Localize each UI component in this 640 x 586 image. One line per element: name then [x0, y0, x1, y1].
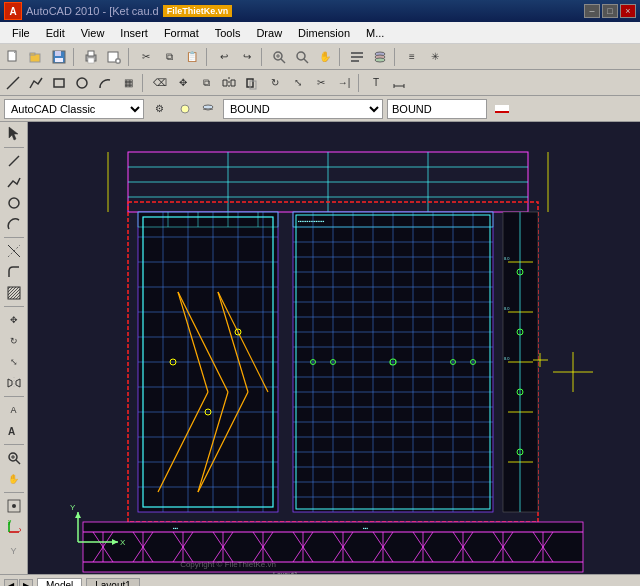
print-button[interactable] — [80, 47, 102, 67]
print-preview-button[interactable] — [103, 47, 125, 67]
polyline-button[interactable] — [25, 73, 47, 93]
erase-button[interactable]: ⌫ — [149, 73, 171, 93]
circle-button[interactable] — [71, 73, 93, 93]
layer-manager-button[interactable] — [197, 99, 219, 119]
mirror-tool-button[interactable] — [3, 373, 25, 393]
svg-text:▪▪▪: ▪▪▪ — [363, 525, 369, 531]
scale-button[interactable]: ⤡ — [287, 73, 309, 93]
arc-tool-button[interactable] — [3, 214, 25, 234]
separator-5 — [339, 48, 343, 66]
menu-insert[interactable]: Insert — [112, 25, 156, 41]
match-properties-button[interactable]: ≡ — [401, 47, 423, 67]
svg-text:8.0: 8.0 — [504, 306, 510, 311]
ucs-button[interactable]: xy — [3, 517, 25, 537]
svg-text:8.0: 8.0 — [504, 356, 510, 361]
zoom-window-tool-button[interactable] — [3, 448, 25, 468]
menu-edit[interactable]: Edit — [38, 25, 73, 41]
svg-line-41 — [9, 156, 19, 166]
extend-button[interactable]: →| — [333, 73, 355, 93]
scroll-left-button[interactable]: ◀ — [4, 579, 18, 587]
svg-rect-3 — [30, 53, 35, 55]
arc-button[interactable] — [94, 73, 116, 93]
canvas-area[interactable]: ▪▪▪▪▪▪▪▪▪▪▪▪▪▪▪ 8.0 8.0 8.0 — [28, 122, 640, 574]
workspace-settings-button[interactable]: ⚙ — [148, 99, 170, 119]
line-button[interactable] — [2, 73, 24, 93]
paste-button[interactable]: 📋 — [181, 47, 203, 67]
menu-more[interactable]: M... — [358, 25, 392, 41]
mirror-button[interactable] — [218, 73, 240, 93]
svg-text:A: A — [8, 426, 15, 437]
hatch-tool-button[interactable] — [3, 283, 25, 303]
dim-linear-button[interactable] — [388, 73, 410, 93]
new-button[interactable] — [2, 47, 24, 67]
layer-button[interactable] — [369, 47, 391, 67]
line-tool-button[interactable] — [3, 151, 25, 171]
svg-rect-9 — [88, 58, 94, 63]
hatch-button[interactable]: ▦ — [117, 73, 139, 93]
select-button[interactable] — [3, 124, 25, 144]
toolbar-draw: ▦ ⌫ ✥ ⧉ ↻ ⤡ ✂ →| T — [0, 70, 640, 96]
layout1-tab[interactable]: Layout1 — [86, 578, 140, 586]
explode-button[interactable]: ✳ — [424, 47, 446, 67]
zoom-realtime-button[interactable] — [268, 47, 290, 67]
svg-line-59 — [16, 460, 20, 464]
svg-text:8.0: 8.0 — [504, 256, 510, 261]
menu-draw[interactable]: Draw — [248, 25, 290, 41]
toolbar-standard: ✂ ⧉ 📋 ↩ ↪ ✋ ≡ ✳ — [0, 44, 640, 70]
layer-state-button[interactable] — [174, 99, 196, 119]
main-area: ✥ ↻ ⤡ A A ✋ xy Y — [0, 122, 640, 574]
mtext-tool-button[interactable]: A — [3, 421, 25, 441]
close-button[interactable]: × — [620, 4, 636, 18]
copy-obj-button[interactable]: ⧉ — [195, 73, 217, 93]
svg-point-36 — [181, 105, 189, 113]
scroll-right-button[interactable]: ▶ — [19, 579, 33, 587]
zoom-window-button[interactable] — [291, 47, 313, 67]
svg-point-42 — [9, 198, 19, 208]
svg-text:X: X — [120, 538, 126, 547]
scale-tool-button[interactable]: ⤡ — [3, 352, 25, 372]
undo-button[interactable]: ↩ — [213, 47, 235, 67]
fillet-button[interactable] — [3, 262, 25, 282]
separator-d2 — [358, 74, 362, 92]
maximize-button[interactable]: □ — [602, 4, 618, 18]
layer-dropdown[interactable]: BOUND — [223, 99, 383, 119]
svg-text:x: x — [19, 526, 21, 533]
watermark-badge: FileThietKe.vn — [163, 5, 233, 17]
text-button[interactable]: T — [365, 73, 387, 93]
svg-text:▪▪▪▪▪▪▪▪▪▪▪▪▪▪▪: ▪▪▪▪▪▪▪▪▪▪▪▪▪▪▪ — [298, 218, 325, 224]
rotate-button[interactable]: ↻ — [264, 73, 286, 93]
rotate-tool-button[interactable]: ↻ — [3, 331, 25, 351]
move-tool-button[interactable]: ✥ — [3, 310, 25, 330]
copy-button[interactable]: ⧉ — [158, 47, 180, 67]
model-tab[interactable]: Model — [37, 578, 82, 586]
offset-button[interactable] — [241, 73, 263, 93]
layer-search-input[interactable] — [387, 99, 487, 119]
layer-color-button[interactable] — [491, 99, 513, 119]
minimize-button[interactable]: – — [584, 4, 600, 18]
open-button[interactable] — [25, 47, 47, 67]
redo-button[interactable]: ↪ — [236, 47, 258, 67]
polyline-tool-button[interactable] — [3, 172, 25, 192]
rectangle-button[interactable] — [48, 73, 70, 93]
pan-tool-button[interactable]: ✋ — [3, 469, 25, 489]
menu-tools[interactable]: Tools — [207, 25, 249, 41]
lt-separator-3 — [4, 306, 24, 307]
save-button[interactable] — [48, 47, 70, 67]
trim-tool-button[interactable] — [3, 241, 25, 261]
properties-button[interactable] — [346, 47, 368, 67]
text-tool-button[interactable]: A — [3, 400, 25, 420]
menu-file[interactable]: File — [4, 25, 38, 41]
menu-format[interactable]: Format — [156, 25, 207, 41]
svg-rect-5 — [55, 51, 61, 56]
menu-view[interactable]: View — [73, 25, 113, 41]
circle-tool-button[interactable] — [3, 193, 25, 213]
menu-dimension[interactable]: Dimension — [290, 25, 358, 41]
cut-button[interactable]: ✂ — [135, 47, 157, 67]
workspace-dropdown[interactable]: AutoCAD Classic — [4, 99, 144, 119]
lt-separator-6 — [4, 492, 24, 493]
pan-button[interactable]: ✋ — [314, 47, 336, 67]
move-button[interactable]: ✥ — [172, 73, 194, 93]
svg-rect-26 — [54, 79, 64, 87]
trim-button[interactable]: ✂ — [310, 73, 332, 93]
osnap-button[interactable] — [3, 496, 25, 516]
